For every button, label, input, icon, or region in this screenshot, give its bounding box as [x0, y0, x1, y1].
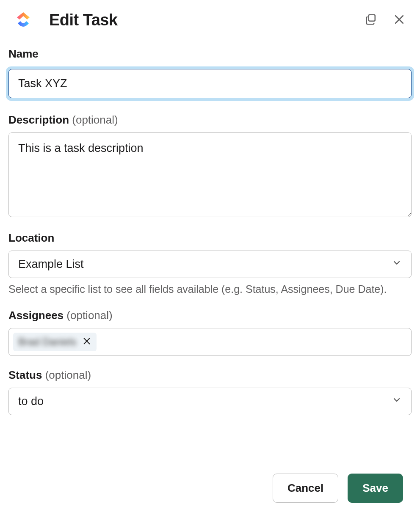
- description-label-text: Description: [8, 113, 69, 126]
- assignee-chip-remove-button[interactable]: [82, 336, 91, 347]
- status-label: Status (optional): [8, 369, 412, 382]
- status-select-value: to do: [18, 395, 44, 408]
- dialog-content: Name Description (optional) This is a ta…: [0, 35, 420, 415]
- clickup-logo-icon: [13, 9, 34, 30]
- location-label: Location: [8, 231, 412, 245]
- assignee-chip-text: Brad Daniels: [18, 336, 76, 348]
- dialog-header: Edit Task: [0, 0, 420, 35]
- status-field: Status (optional) to do: [8, 369, 412, 415]
- status-optional-text: (optional): [45, 369, 91, 381]
- assignees-field: Assignees (optional) Brad Daniels: [8, 309, 412, 356]
- close-icon: [393, 13, 406, 27]
- dialog-title: Edit Task: [49, 11, 363, 29]
- status-label-text: Status: [8, 369, 42, 381]
- header-actions: [363, 11, 407, 29]
- location-select[interactable]: Example List: [8, 251, 412, 278]
- chevron-down-icon: [392, 395, 402, 408]
- description-label: Description (optional): [8, 113, 412, 127]
- assignees-label-text: Assignees: [8, 309, 64, 322]
- assignees-input[interactable]: Brad Daniels: [8, 328, 412, 356]
- description-optional-text: (optional): [72, 113, 118, 126]
- close-button[interactable]: [391, 11, 407, 29]
- name-input[interactable]: [8, 69, 412, 98]
- assignees-optional-text: (optional): [66, 309, 112, 322]
- save-button[interactable]: Save: [348, 474, 403, 503]
- assignees-label: Assignees (optional): [8, 309, 412, 322]
- status-select[interactable]: to do: [8, 388, 412, 415]
- description-textarea[interactable]: This is a task description: [8, 132, 412, 217]
- svg-rect-0: [369, 14, 375, 21]
- description-field: Description (optional) This is a task de…: [8, 113, 412, 219]
- open-new-window-button[interactable]: [363, 11, 379, 29]
- location-help-text: Select a specific list to see all fields…: [8, 282, 412, 296]
- location-select-value: Example List: [18, 258, 84, 271]
- dialog-footer: Cancel Save: [0, 464, 420, 518]
- close-icon: [82, 336, 91, 347]
- assignee-chip: Brad Daniels: [13, 333, 97, 351]
- open-new-window-icon: [365, 13, 378, 27]
- cancel-button[interactable]: Cancel: [273, 474, 338, 503]
- name-label: Name: [8, 47, 412, 61]
- name-field: Name: [8, 47, 412, 101]
- chevron-down-icon: [392, 258, 402, 271]
- location-field: Location Example List Select a specific …: [8, 231, 412, 296]
- name-input-wrap: [6, 66, 414, 101]
